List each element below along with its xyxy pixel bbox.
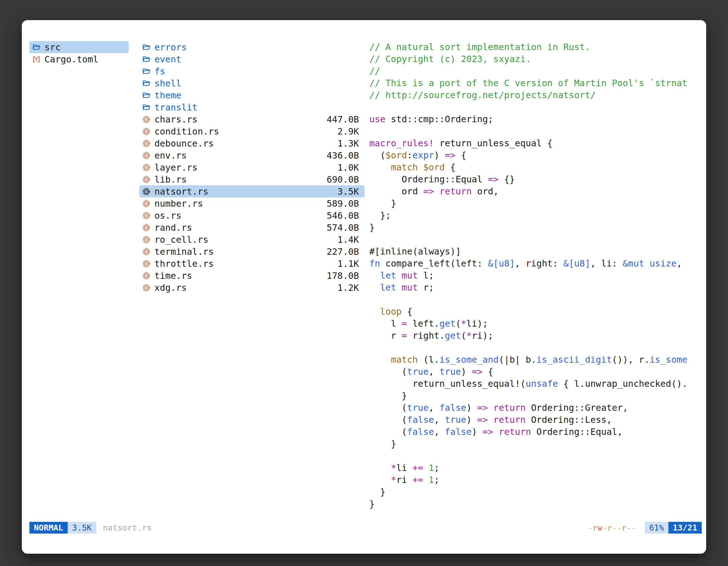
rust-file-icon bbox=[142, 223, 152, 233]
rust-file-icon bbox=[142, 127, 152, 136]
toml-file-icon bbox=[32, 55, 42, 64]
dir-row[interactable]: theme bbox=[139, 89, 365, 101]
file-name: ro_cell.rs bbox=[154, 234, 334, 245]
rust-file-icon bbox=[142, 283, 152, 292]
rust-file-icon bbox=[142, 139, 152, 148]
file-name: throttle.rs bbox=[154, 259, 334, 269]
code-line: macro_rules! return_unless_equal { bbox=[369, 137, 698, 149]
file-name: debounce.rs bbox=[154, 138, 334, 149]
code-line: fn compare_left(left: &[u8], right: &[u8… bbox=[369, 258, 698, 270]
file-name: event bbox=[154, 54, 356, 65]
rust-file-icon bbox=[142, 175, 152, 184]
code-line: Ordering::Equal => {} bbox=[369, 173, 698, 186]
code-line: // http://sourcefrog.net/projects/natsor… bbox=[369, 89, 698, 101]
parent-pane: srcCargo.toml bbox=[29, 41, 129, 512]
dir-row[interactable]: fs bbox=[139, 65, 365, 77]
file-name: time.rs bbox=[154, 271, 323, 281]
file-row[interactable]: time.rs178.0B bbox=[139, 270, 365, 282]
file-row[interactable]: layer.rs1.0K bbox=[139, 161, 365, 173]
dir-row[interactable]: event bbox=[139, 53, 365, 65]
code-line: } bbox=[369, 390, 698, 402]
dir-row[interactable]: shell bbox=[139, 77, 365, 89]
folder-icon bbox=[142, 55, 152, 64]
file-manager-window: srcCargo.toml errorseventfsshellthemetra… bbox=[22, 20, 706, 554]
file-size: 1.1K bbox=[337, 259, 359, 269]
file-row[interactable]: Cargo.toml bbox=[29, 53, 129, 65]
file-size: 1.4K bbox=[337, 234, 359, 245]
status-filename: natsort.rs bbox=[103, 523, 152, 532]
file-row[interactable]: debounce.rs1.3K bbox=[139, 137, 365, 149]
file-name: layer.rs bbox=[154, 162, 334, 173]
code-line: let mut r; bbox=[369, 282, 698, 293]
file-name: errors bbox=[154, 42, 356, 53]
folder-icon bbox=[142, 103, 152, 112]
rust-file-icon bbox=[142, 271, 152, 281]
folder-icon bbox=[32, 43, 42, 52]
rust-file-icon bbox=[142, 211, 152, 220]
dir-row[interactable]: errors bbox=[139, 41, 365, 53]
file-size: 447.0B bbox=[327, 114, 359, 125]
code-line: // bbox=[369, 65, 698, 77]
code-line: match (l.is_some_and(|b| b.is_ascii_digi… bbox=[369, 354, 698, 366]
folder-icon bbox=[142, 67, 152, 76]
file-name: rand.rs bbox=[154, 222, 323, 233]
code-preview: // A natural sort implementation in Rust… bbox=[369, 41, 698, 512]
folder-icon bbox=[142, 43, 152, 52]
permissions: -rw-r--r-- bbox=[588, 523, 637, 532]
file-name: shell bbox=[154, 78, 356, 89]
file-size: 574.0B bbox=[327, 222, 359, 233]
rust-file-icon bbox=[142, 187, 152, 196]
file-row[interactable]: ro_cell.rs1.4K bbox=[139, 234, 365, 246]
folder-icon bbox=[142, 79, 152, 88]
code-line: } bbox=[369, 498, 698, 510]
file-row[interactable]: number.rs589.0B bbox=[139, 198, 365, 210]
code-line: l = left.get(*li); bbox=[369, 318, 698, 330]
code-line: #[inline(always)] bbox=[369, 246, 698, 258]
code-line: } bbox=[369, 222, 698, 234]
file-name: natsort.rs bbox=[154, 186, 334, 197]
file-row[interactable]: terminal.rs227.0B bbox=[139, 246, 365, 258]
file-size: 690.0B bbox=[327, 174, 359, 185]
file-row[interactable]: condition.rs2.9K bbox=[139, 125, 365, 137]
code-line: ($ord:expr) => { bbox=[369, 149, 698, 161]
code-line: *ri += 1; bbox=[369, 474, 698, 486]
code-line: } bbox=[369, 198, 698, 210]
file-size: 1.0K bbox=[337, 162, 359, 173]
file-row[interactable]: xdg.rs1.2K bbox=[139, 282, 365, 293]
file-name: condition.rs bbox=[154, 126, 334, 137]
code-line bbox=[369, 234, 698, 246]
file-size: 3.5K bbox=[337, 186, 359, 197]
file-size-indicator: 3.5K bbox=[68, 522, 96, 534]
code-line: } bbox=[369, 486, 698, 498]
file-size: 589.0B bbox=[327, 198, 359, 209]
file-name: fs bbox=[154, 66, 356, 77]
rust-file-icon bbox=[142, 235, 152, 245]
file-size: 2.9K bbox=[337, 126, 359, 137]
dir-row[interactable]: translit bbox=[139, 101, 365, 113]
status-left: NORMAL 3.5K natsort.rs bbox=[29, 522, 152, 534]
code-line: *li += 1; bbox=[369, 462, 698, 474]
rust-file-icon bbox=[142, 247, 152, 257]
file-row[interactable]: throttle.rs1.1K bbox=[139, 258, 365, 270]
file-row[interactable]: os.rs546.0B bbox=[139, 210, 365, 222]
code-line: (false, false) => return Ordering::Equal… bbox=[369, 426, 698, 438]
code-line: } bbox=[369, 438, 698, 450]
file-row[interactable]: natsort.rs3.5K bbox=[139, 186, 365, 198]
file-size: 546.0B bbox=[327, 210, 359, 221]
code-line: (true, false) => return Ordering::Greate… bbox=[369, 402, 698, 414]
code-line: r = right.get(*ri); bbox=[369, 330, 698, 342]
code-line: // Copyright (c) 2023, sxyazi. bbox=[369, 53, 698, 65]
code-line bbox=[369, 342, 698, 354]
file-name: theme bbox=[154, 90, 356, 101]
file-row[interactable]: lib.rs690.0B bbox=[139, 173, 365, 186]
rust-file-icon bbox=[142, 259, 152, 269]
file-row[interactable]: env.rs436.0B bbox=[139, 149, 365, 161]
status-bar: NORMAL 3.5K natsort.rs -rw-r--r-- 61% 13… bbox=[29, 522, 702, 534]
file-row[interactable]: chars.rs447.0B bbox=[139, 113, 365, 125]
file-name: lib.rs bbox=[154, 174, 323, 185]
file-row[interactable]: src bbox=[29, 41, 129, 53]
code-line: (true, true) => { bbox=[369, 366, 698, 378]
file-row[interactable]: rand.rs574.0B bbox=[139, 222, 365, 234]
file-size: 1.3K bbox=[337, 138, 359, 149]
code-line bbox=[369, 293, 698, 305]
